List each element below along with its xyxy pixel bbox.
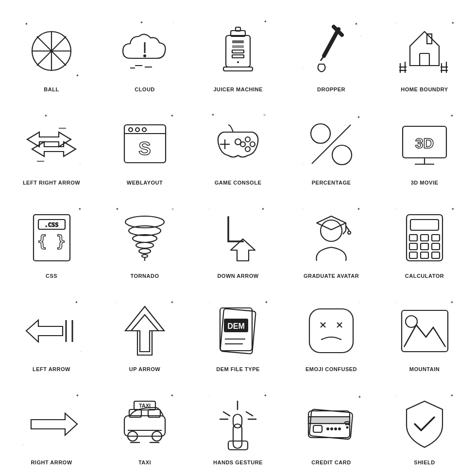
icon-cell-calculator: ✦ · CALCULATOR (378, 191, 471, 285)
svg-point-6 (143, 54, 146, 57)
svg-rect-24 (420, 53, 429, 66)
left-arrow-label: LEFT ARROW (33, 366, 70, 372)
svg-rect-80 (432, 235, 440, 241)
svg-point-132 (338, 427, 341, 430)
percentage-label: PERCENTAGE (312, 180, 351, 186)
taxi-icon: TAXI ✦ (113, 392, 176, 456)
css-icon: .CSS { } ✦ (20, 206, 83, 269)
icon-cell-percentage: ✦ · PERCENTAGE (285, 98, 378, 191)
icon-cell-graduate-avatar: ✦ · GRADUATE AVATAR (285, 191, 378, 285)
svg-marker-34 (27, 132, 71, 147)
svg-point-75 (348, 231, 351, 234)
weblayout-label: WEBLAYOUT (127, 180, 163, 186)
css-label: CSS (46, 273, 57, 279)
svg-rect-128 (313, 425, 322, 432)
svg-rect-81 (409, 243, 417, 250)
svg-point-42 (142, 128, 146, 132)
home-boundry-icon: ✦ · (393, 19, 456, 83)
hands-gesture-icon: ✦ · (206, 392, 270, 456)
icon-grid: ✦ ✦ BALL ✦ · CLOUD (0, 0, 476, 476)
svg-line-118 (223, 412, 230, 416)
svg-marker-91 (131, 315, 158, 352)
svg-point-50 (235, 139, 241, 145)
weblayout-icon: S ✦ (113, 113, 176, 176)
svg-rect-77 (410, 220, 439, 230)
icon-cell-shield: ✦ · SHIELD (378, 378, 471, 471)
svg-rect-16 (232, 50, 244, 53)
icon-cell-css: .CSS { } ✦ CSS (5, 191, 98, 285)
ball-label: BALL (44, 86, 59, 92)
dropper-icon: ✦ · · (300, 19, 363, 83)
svg-line-120 (246, 412, 253, 416)
icon-cell-down-arrow: ✦ · DOWN ARROW (191, 191, 285, 285)
hands-gesture-label: HANDS GESTURE (213, 459, 263, 465)
svg-rect-14 (232, 40, 244, 43)
left-right-arrow-icon: ✦ · (20, 113, 83, 176)
icon-cell-mountain: ✦ · MOUNTAIN (378, 285, 471, 378)
svg-point-65 (136, 242, 153, 248)
svg-line-53 (312, 125, 351, 164)
icon-cell-emoji-confused: · EMOJI CONFUSED (285, 285, 378, 378)
svg-marker-105 (31, 413, 77, 435)
svg-marker-87 (26, 320, 63, 342)
svg-rect-83 (432, 243, 440, 250)
taxi-label: TAXI (138, 459, 151, 465)
svg-rect-85 (421, 252, 428, 258)
3d-movie-label: 3D MOVIE (411, 180, 439, 186)
up-arrow-label: UP ARROW (129, 366, 161, 372)
svg-point-46 (245, 137, 250, 142)
svg-point-41 (136, 128, 139, 132)
down-arrow-icon: ✦ · (206, 206, 270, 269)
home-boundry-label: HOME BOUNDRY (401, 86, 448, 92)
juicer-machine-icon: ✦ (206, 19, 270, 83)
game-console-icon: ✦ > (206, 113, 270, 176)
tornado-icon: > ✦ (113, 206, 176, 269)
icon-cell-juicer: ✦ JUICER MACHINE (191, 5, 285, 98)
svg-rect-76 (407, 215, 442, 261)
right-arrow-label: RIGHT ARROW (31, 459, 72, 465)
svg-marker-23 (410, 32, 439, 66)
tornado-label: TORNADO (131, 273, 159, 279)
svg-point-51 (311, 124, 330, 143)
down-arrow-label: DOWN ARROW (217, 273, 258, 279)
up-arrow-icon: ✦ · (113, 299, 176, 362)
svg-point-52 (332, 145, 352, 165)
icon-cell-right-arrow: ✦ · RIGHT ARROW (5, 378, 98, 471)
svg-rect-84 (409, 252, 417, 258)
svg-text:3D: 3D (415, 135, 434, 151)
dem-file-type-icon: DEM ✦ · (206, 299, 270, 362)
icon-cell-tornado: > ✦ TORNADO (98, 191, 191, 285)
calculator-icon: ✦ · (393, 206, 456, 269)
percentage-icon: ✦ · (300, 113, 363, 176)
svg-rect-82 (421, 243, 428, 250)
svg-point-47 (250, 142, 255, 147)
graduate-avatar-icon: ✦ · (300, 206, 363, 269)
svg-rect-108 (124, 416, 165, 436)
svg-rect-126 (308, 417, 350, 424)
mountain-icon: ✦ · (393, 299, 456, 362)
svg-text:S: S (138, 138, 151, 159)
svg-rect-79 (421, 235, 428, 241)
credit-card-label: CREDIT CARD (311, 459, 351, 465)
mountain-label: MOUNTAIN (409, 366, 440, 372)
svg-point-67 (142, 255, 148, 257)
ball-icon: ✦ ✦ (20, 19, 83, 83)
svg-point-131 (334, 427, 337, 430)
cloud-label: CLOUD (135, 86, 155, 92)
svg-line-20 (324, 29, 339, 56)
icon-cell-up-arrow: ✦ · UP ARROW (98, 285, 191, 378)
svg-rect-15 (232, 45, 244, 48)
svg-point-66 (139, 249, 151, 254)
dropper-label: DROPPER (317, 86, 345, 92)
calculator-label: CALCULATOR (405, 273, 444, 279)
icon-cell-game-console: ✦ > GAME CONSOLE (191, 98, 285, 191)
svg-rect-86 (432, 252, 440, 258)
icon-cell-hands-gesture: ✦ · HANDS GESTURE (191, 378, 285, 471)
cloud-icon: ✦ · (113, 19, 176, 83)
icon-cell-dropper: ✦ · · DROPPER (285, 5, 378, 98)
shield-label: SHIELD (414, 459, 435, 465)
svg-rect-18 (223, 67, 253, 71)
svg-point-19 (237, 61, 239, 63)
svg-text:DEM: DEM (227, 322, 245, 330)
icon-cell-ball: ✦ ✦ BALL (5, 5, 98, 98)
